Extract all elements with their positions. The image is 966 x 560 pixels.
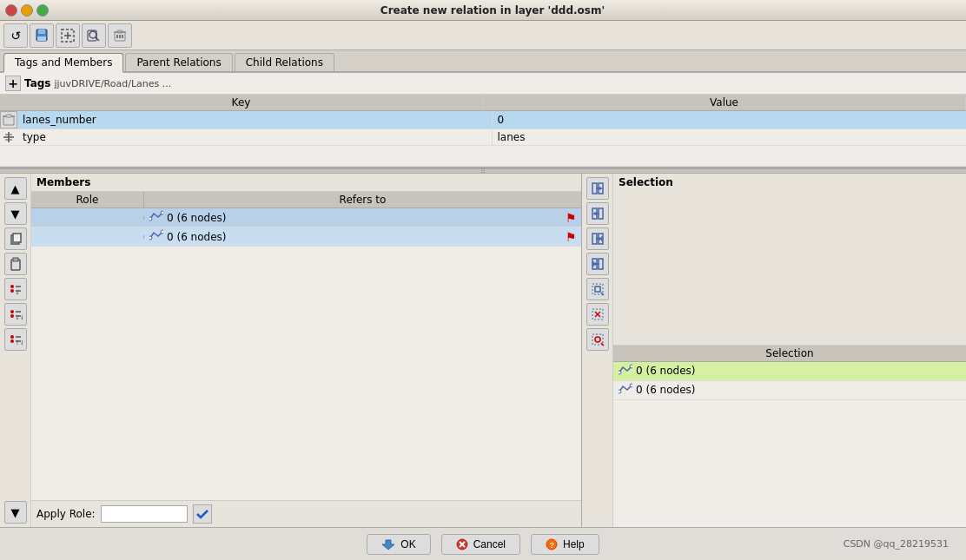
tabs-bar: Tags and Members Parent Relations Child … xyxy=(0,50,966,73)
selection-panel: Selection Selection 0 (6 nodes) xyxy=(582,174,966,527)
zoom-button[interactable] xyxy=(82,23,106,48)
window-controls[interactable] xyxy=(5,4,49,16)
svg-point-74 xyxy=(619,390,621,393)
sel-way-icon-0 xyxy=(619,364,632,379)
cancel-button[interactable]: Cancel xyxy=(441,534,520,555)
svg-point-43 xyxy=(149,236,152,240)
refresh-button[interactable]: ↺ xyxy=(3,23,28,48)
members-panel: ▲ ▼ ↓ xyxy=(0,174,582,527)
sel-add-button[interactable] xyxy=(586,177,609,200)
member-row-1-role xyxy=(31,235,144,239)
member-row-1-action[interactable]: ⚑ xyxy=(560,230,581,244)
members-title: Members xyxy=(31,174,581,192)
tab-parent-relations[interactable]: Parent Relations xyxy=(125,53,232,71)
apply-role-label: Apply Role: xyxy=(36,508,96,520)
svg-marker-76 xyxy=(382,540,394,550)
scroll-down-button[interactable]: ▼ xyxy=(4,501,27,524)
member-row-0-role xyxy=(31,216,144,220)
select-button[interactable] xyxy=(56,23,80,48)
sel-deselect-button[interactable] xyxy=(586,303,609,326)
paste-button[interactable] xyxy=(4,253,27,275)
svg-point-41 xyxy=(149,217,152,221)
svg-point-36 xyxy=(10,335,14,339)
sel-add-all-button[interactable] xyxy=(586,227,609,250)
role-input[interactable] xyxy=(101,505,188,523)
members-rows: 0 (6 nodes) ⚑ xyxy=(31,208,581,500)
members-selection-area: ▲ ▼ ↓ xyxy=(0,174,966,527)
member-row-1[interactable]: 0 (6 nodes) ⚑ xyxy=(31,227,581,247)
delete-button[interactable] xyxy=(108,23,132,48)
sort-down-1-button[interactable]: ↓ xyxy=(4,278,27,300)
selection-row-0[interactable]: 0 (6 nodes) xyxy=(613,362,966,381)
selection-table-header: Selection xyxy=(613,346,966,362)
ok-label: OK xyxy=(400,538,415,550)
sort-up-button[interactable]: ↑↓ xyxy=(4,328,27,351)
add-tag-button[interactable]: + xyxy=(5,76,21,91)
tag-row-0-value[interactable]: 0 xyxy=(493,112,967,128)
member-row-0[interactable]: 0 (6 nodes) ⚑ xyxy=(31,208,581,227)
svg-rect-17 xyxy=(6,115,11,117)
tags-col-key: Key xyxy=(0,95,483,111)
svg-point-6 xyxy=(89,31,96,38)
maximize-button[interactable] xyxy=(36,4,49,16)
tag-row-1-value[interactable]: lanes xyxy=(493,129,967,145)
copy-button[interactable] xyxy=(4,227,27,250)
members-col-role: Role xyxy=(31,192,144,208)
selection-row-0-text: 0 (6 nodes) xyxy=(636,365,695,377)
title-bar: Create new relation in layer 'ddd.osm' xyxy=(0,0,966,21)
svg-point-75 xyxy=(630,384,632,387)
minimize-button[interactable] xyxy=(21,4,33,16)
tag-row-0-key[interactable]: lanes_number xyxy=(17,112,493,128)
members-main: Members Role Refers to xyxy=(31,174,581,527)
help-button[interactable]: ? Help xyxy=(531,534,599,555)
member-row-1-text: 0 (6 nodes) xyxy=(167,231,226,243)
tag-row-0[interactable]: lanes_number 0 xyxy=(0,111,966,129)
way-icon-0 xyxy=(149,210,163,225)
tags-section: + Tags jjuvDRIVE/Road/Lanes ... Key Valu… xyxy=(0,73,966,168)
help-label: Help xyxy=(563,538,585,550)
svg-point-70 xyxy=(595,337,600,342)
members-col-refers: Refers to xyxy=(144,192,581,208)
move-up-button[interactable]: ▲ xyxy=(4,177,27,200)
svg-point-42 xyxy=(161,211,163,214)
sel-remove-button[interactable] xyxy=(586,202,609,225)
main-content: + Tags jjuvDRIVE/Road/Lanes ... Key Valu… xyxy=(0,73,966,527)
close-button[interactable] xyxy=(5,4,17,16)
ok-button[interactable]: OK xyxy=(367,534,430,555)
tag-row-1[interactable]: type lanes xyxy=(0,129,966,146)
tag-row-1-key[interactable]: type xyxy=(17,129,493,145)
member-row-0-refers: 0 (6 nodes) xyxy=(144,208,560,227)
svg-rect-1 xyxy=(38,30,45,34)
svg-point-31 xyxy=(10,310,14,313)
sel-special-button[interactable] xyxy=(586,328,609,351)
tab-tags-members[interactable]: Tags and Members xyxy=(3,53,123,73)
tags-table-header: Key Value xyxy=(0,95,966,111)
move-down-button[interactable]: ▼ xyxy=(4,202,27,225)
sort-down-2-button[interactable]: ↓↓ xyxy=(4,303,27,326)
tab-child-relations[interactable]: Child Relations xyxy=(235,53,334,71)
sel-remove-all-button[interactable] xyxy=(586,253,609,275)
svg-text:↓↓: ↓↓ xyxy=(15,314,23,321)
svg-rect-23 xyxy=(13,234,21,242)
tags-prefix: jjuvDRIVE/Road/Lanes ... xyxy=(54,78,171,89)
svg-point-72 xyxy=(619,371,621,374)
selection-panel-title: Selection xyxy=(613,174,966,346)
selection-row-1-text: 0 (6 nodes) xyxy=(636,384,695,396)
svg-line-65 xyxy=(601,293,604,295)
watermark: CSDN @qq_28219531 xyxy=(844,538,949,550)
selection-sidebar xyxy=(582,174,613,527)
selection-row-1[interactable]: 0 (6 nodes) xyxy=(613,381,966,400)
tags-header: + Tags jjuvDRIVE/Road/Lanes ... xyxy=(0,73,966,95)
apply-role-button[interactable] xyxy=(193,504,212,524)
sel-way-icon-1 xyxy=(619,383,632,398)
member-row-0-action[interactable]: ⚑ xyxy=(560,211,581,225)
svg-rect-2 xyxy=(37,36,46,41)
sel-select-button[interactable] xyxy=(586,278,609,300)
save-button[interactable] xyxy=(30,23,54,48)
apply-role-bar: Apply Role: xyxy=(31,500,581,527)
members-table-header: Role Refers to xyxy=(31,192,581,208)
tags-col-value: Value xyxy=(483,95,966,111)
member-row-0-text: 0 (6 nodes) xyxy=(167,212,226,224)
delete-tag-0-button[interactable] xyxy=(0,111,17,128)
svg-rect-64 xyxy=(595,287,600,292)
